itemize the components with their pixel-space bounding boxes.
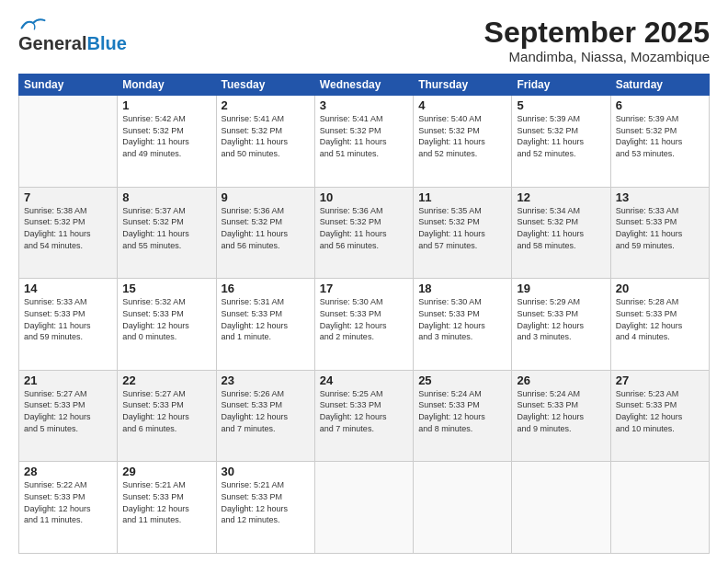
- table-row: 27Sunrise: 5:23 AM Sunset: 5:33 PM Dayli…: [610, 370, 709, 462]
- table-row: 26Sunrise: 5:24 AM Sunset: 5:33 PM Dayli…: [512, 370, 610, 462]
- calendar-week-row: 14Sunrise: 5:33 AM Sunset: 5:33 PM Dayli…: [19, 279, 710, 371]
- table-row: 29Sunrise: 5:21 AM Sunset: 5:33 PM Dayli…: [118, 462, 216, 554]
- location-subtitle: Mandimba, Niassa, Mozambique: [484, 49, 710, 64]
- table-row: 24Sunrise: 5:25 AM Sunset: 5:33 PM Dayli…: [314, 370, 413, 462]
- day-number: 16: [222, 282, 310, 295]
- day-info: Sunrise: 5:27 AM Sunset: 5:33 PM Dayligh…: [24, 388, 112, 434]
- table-row: 20Sunrise: 5:28 AM Sunset: 5:33 PM Dayli…: [610, 279, 709, 371]
- col-saturday: Saturday: [610, 75, 709, 96]
- day-info: Sunrise: 5:32 AM Sunset: 5:33 PM Dayligh…: [122, 296, 210, 342]
- day-number: 10: [320, 190, 408, 204]
- day-info: Sunrise: 5:35 AM Sunset: 5:32 PM Dayligh…: [418, 205, 506, 251]
- day-info: Sunrise: 5:28 AM Sunset: 5:33 PM Dayligh…: [616, 296, 704, 342]
- day-info: Sunrise: 5:24 AM Sunset: 5:33 PM Dayligh…: [418, 388, 506, 434]
- table-row: [414, 462, 512, 554]
- day-number: 23: [222, 373, 310, 387]
- calendar-week-row: 1Sunrise: 5:42 AM Sunset: 5:32 PM Daylig…: [19, 96, 710, 188]
- day-info: Sunrise: 5:40 AM Sunset: 5:32 PM Dayligh…: [418, 113, 506, 159]
- calendar-week-row: 21Sunrise: 5:27 AM Sunset: 5:33 PM Dayli…: [19, 370, 710, 462]
- day-info: Sunrise: 5:31 AM Sunset: 5:33 PM Dayligh…: [222, 296, 310, 342]
- logo: General Blue: [18, 17, 127, 54]
- col-tuesday: Tuesday: [216, 75, 314, 96]
- day-number: 21: [24, 373, 112, 387]
- day-number: 26: [517, 373, 605, 387]
- day-number: 1: [122, 98, 210, 112]
- day-info: Sunrise: 5:42 AM Sunset: 5:32 PM Dayligh…: [122, 113, 210, 159]
- table-row: 18Sunrise: 5:30 AM Sunset: 5:33 PM Dayli…: [414, 279, 512, 371]
- calendar-week-row: 7Sunrise: 5:38 AM Sunset: 5:32 PM Daylig…: [19, 187, 710, 279]
- table-row: 3Sunrise: 5:41 AM Sunset: 5:32 PM Daylig…: [314, 96, 413, 188]
- table-row: [314, 462, 413, 554]
- header: General Blue September 2025 Mandimba, Ni…: [18, 17, 710, 64]
- logo-bird-icon: [20, 17, 46, 33]
- day-number: 5: [517, 98, 605, 112]
- day-number: 12: [517, 190, 605, 204]
- table-row: 15Sunrise: 5:32 AM Sunset: 5:33 PM Dayli…: [118, 279, 216, 371]
- table-row: 17Sunrise: 5:30 AM Sunset: 5:33 PM Dayli…: [314, 279, 413, 371]
- table-row: 12Sunrise: 5:34 AM Sunset: 5:32 PM Dayli…: [512, 187, 610, 279]
- col-friday: Friday: [512, 75, 610, 96]
- logo-blue: Blue: [86, 33, 126, 54]
- col-monday: Monday: [118, 75, 216, 96]
- table-row: 16Sunrise: 5:31 AM Sunset: 5:33 PM Dayli…: [216, 279, 314, 371]
- table-row: 30Sunrise: 5:21 AM Sunset: 5:33 PM Dayli…: [216, 462, 314, 554]
- day-number: 15: [122, 282, 210, 295]
- table-row: 14Sunrise: 5:33 AM Sunset: 5:33 PM Dayli…: [19, 279, 118, 371]
- day-info: Sunrise: 5:41 AM Sunset: 5:32 PM Dayligh…: [222, 113, 310, 159]
- day-info: Sunrise: 5:26 AM Sunset: 5:33 PM Dayligh…: [222, 388, 310, 434]
- day-info: Sunrise: 5:21 AM Sunset: 5:33 PM Dayligh…: [122, 479, 210, 525]
- table-row: 7Sunrise: 5:38 AM Sunset: 5:32 PM Daylig…: [19, 187, 118, 279]
- table-row: 8Sunrise: 5:37 AM Sunset: 5:32 PM Daylig…: [118, 187, 216, 279]
- day-info: Sunrise: 5:36 AM Sunset: 5:32 PM Dayligh…: [320, 205, 408, 251]
- table-row: 10Sunrise: 5:36 AM Sunset: 5:32 PM Dayli…: [314, 187, 413, 279]
- day-number: 27: [616, 373, 704, 387]
- table-row: 6Sunrise: 5:39 AM Sunset: 5:32 PM Daylig…: [610, 96, 709, 188]
- day-number: 30: [222, 465, 310, 478]
- day-number: 14: [24, 282, 112, 295]
- table-row: 1Sunrise: 5:42 AM Sunset: 5:32 PM Daylig…: [118, 96, 216, 188]
- table-row: 25Sunrise: 5:24 AM Sunset: 5:33 PM Dayli…: [414, 370, 512, 462]
- calendar-table: Sunday Monday Tuesday Wednesday Thursday…: [18, 74, 710, 554]
- day-number: 25: [418, 373, 506, 387]
- table-row: 2Sunrise: 5:41 AM Sunset: 5:32 PM Daylig…: [216, 96, 314, 188]
- table-row: 21Sunrise: 5:27 AM Sunset: 5:33 PM Dayli…: [19, 370, 118, 462]
- day-info: Sunrise: 5:33 AM Sunset: 5:33 PM Dayligh…: [616, 205, 704, 251]
- day-number: 22: [122, 373, 210, 387]
- day-info: Sunrise: 5:22 AM Sunset: 5:33 PM Dayligh…: [24, 479, 112, 525]
- day-info: Sunrise: 5:29 AM Sunset: 5:33 PM Dayligh…: [517, 296, 605, 342]
- col-wednesday: Wednesday: [314, 75, 413, 96]
- calendar-week-row: 28Sunrise: 5:22 AM Sunset: 5:33 PM Dayli…: [19, 462, 710, 554]
- table-row: 22Sunrise: 5:27 AM Sunset: 5:33 PM Dayli…: [118, 370, 216, 462]
- day-info: Sunrise: 5:37 AM Sunset: 5:32 PM Dayligh…: [122, 205, 210, 251]
- day-number: 28: [24, 465, 112, 478]
- day-number: 18: [418, 282, 506, 295]
- day-number: 7: [24, 190, 112, 204]
- day-info: Sunrise: 5:34 AM Sunset: 5:32 PM Dayligh…: [517, 205, 605, 251]
- logo-general: General: [18, 33, 86, 54]
- day-info: Sunrise: 5:36 AM Sunset: 5:32 PM Dayligh…: [222, 205, 310, 251]
- col-sunday: Sunday: [19, 75, 118, 96]
- calendar-header-row: Sunday Monday Tuesday Wednesday Thursday…: [19, 75, 710, 96]
- page: General Blue September 2025 Mandimba, Ni…: [0, 0, 728, 563]
- day-info: Sunrise: 5:27 AM Sunset: 5:33 PM Dayligh…: [122, 388, 210, 434]
- day-info: Sunrise: 5:33 AM Sunset: 5:33 PM Dayligh…: [24, 296, 112, 342]
- day-number: 20: [616, 282, 704, 295]
- table-row: 5Sunrise: 5:39 AM Sunset: 5:32 PM Daylig…: [512, 96, 610, 188]
- table-row: [610, 462, 709, 554]
- day-info: Sunrise: 5:38 AM Sunset: 5:32 PM Dayligh…: [24, 205, 112, 251]
- day-number: 11: [418, 190, 506, 204]
- table-row: 19Sunrise: 5:29 AM Sunset: 5:33 PM Dayli…: [512, 279, 610, 371]
- month-title: September 2025: [484, 17, 710, 49]
- table-row: 23Sunrise: 5:26 AM Sunset: 5:33 PM Dayli…: [216, 370, 314, 462]
- table-row: [19, 96, 118, 188]
- day-number: 9: [222, 190, 310, 204]
- table-row: 9Sunrise: 5:36 AM Sunset: 5:32 PM Daylig…: [216, 187, 314, 279]
- day-info: Sunrise: 5:39 AM Sunset: 5:32 PM Dayligh…: [616, 113, 704, 159]
- table-row: 11Sunrise: 5:35 AM Sunset: 5:32 PM Dayli…: [414, 187, 512, 279]
- table-row: 28Sunrise: 5:22 AM Sunset: 5:33 PM Dayli…: [19, 462, 118, 554]
- day-info: Sunrise: 5:41 AM Sunset: 5:32 PM Dayligh…: [320, 113, 408, 159]
- day-info: Sunrise: 5:39 AM Sunset: 5:32 PM Dayligh…: [517, 113, 605, 159]
- day-number: 3: [320, 98, 408, 112]
- day-number: 8: [122, 190, 210, 204]
- day-info: Sunrise: 5:23 AM Sunset: 5:33 PM Dayligh…: [616, 388, 704, 434]
